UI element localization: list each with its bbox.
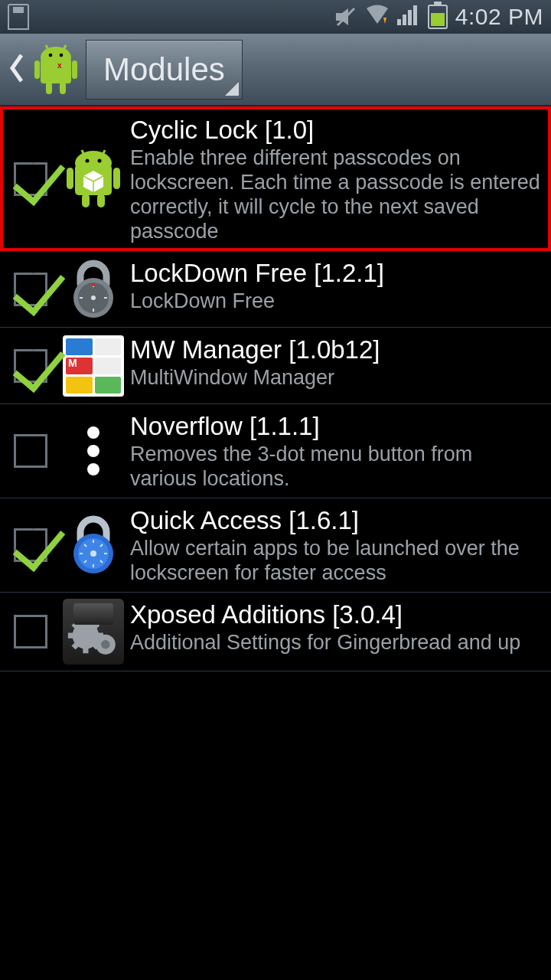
module-desc: Additional Settings for Gingerbread and … — [130, 631, 543, 655]
wifi-icon — [365, 4, 390, 31]
svg-rect-9 — [34, 60, 40, 79]
checkbox[interactable] — [14, 434, 47, 468]
checkbox[interactable] — [14, 615, 47, 648]
svg-rect-8 — [41, 59, 71, 83]
module-title: Xposed Additions [3.0.4] — [130, 600, 543, 629]
module-item-mw-manager[interactable]: M MW Manager [1.0b12] MultiWindow Manage… — [0, 328, 551, 404]
svg-rect-21 — [113, 168, 120, 189]
padlock-blue-icon — [57, 514, 130, 577]
sim-icon — [8, 4, 29, 30]
svg-rect-23 — [97, 194, 105, 207]
module-title: Noverflow [1.1.1] — [130, 412, 543, 441]
three-dots-icon — [57, 420, 130, 482]
back-icon[interactable] — [6, 52, 26, 87]
module-item-quick-access[interactable]: Quick Access [1.6.1] Allow certain apps … — [0, 498, 551, 593]
svg-rect-12 — [60, 82, 66, 94]
module-item-noverflow[interactable]: Noverflow [1.1.1] Removes the 3-dot menu… — [0, 404, 551, 498]
svg-marker-2 — [383, 18, 386, 24]
svg-rect-3 — [397, 19, 401, 25]
svg-point-52 — [101, 640, 110, 649]
phone-gears-icon — [57, 599, 130, 665]
module-desc: Allow certain apps to be launched over t… — [130, 537, 543, 586]
action-bar: x Modules — [0, 34, 551, 106]
checkbox[interactable] — [14, 273, 47, 306]
checkbox[interactable] — [14, 528, 47, 562]
svg-rect-10 — [72, 60, 77, 79]
svg-rect-11 — [46, 82, 52, 94]
padlock-grey-icon — [57, 258, 130, 321]
module-item-xposed-additions[interactable]: Xposed Additions [3.0.4] Additional Sett… — [0, 593, 551, 671]
svg-point-27 — [98, 158, 102, 162]
checkbox[interactable] — [14, 162, 47, 196]
mute-icon — [334, 7, 357, 27]
signal-icon — [397, 4, 420, 31]
svg-rect-4 — [403, 15, 406, 25]
dropdown-indicator-icon — [225, 82, 239, 96]
svg-point-15 — [49, 53, 53, 57]
module-desc: Removes the 3-dot menu button from vario… — [130, 443, 543, 492]
svg-text:x: x — [57, 61, 62, 70]
svg-point-26 — [86, 158, 90, 162]
checkbox[interactable] — [14, 349, 47, 383]
module-title: LockDown Free [1.2.1] — [130, 259, 543, 288]
module-item-cyclic-lock[interactable]: Cyclic Lock [1.0] Enable three different… — [0, 106, 551, 251]
modules-dropdown[interactable]: Modules — [86, 40, 243, 100]
svg-point-16 — [60, 53, 64, 57]
svg-point-32 — [91, 296, 96, 300]
module-title: MW Manager [1.0b12] — [130, 335, 543, 364]
app-logo-icon[interactable]: x — [32, 42, 80, 97]
module-list: Cyclic Lock [1.0] Enable three different… — [0, 106, 551, 671]
status-clock: 4:02 PM — [455, 4, 543, 30]
battery-icon — [428, 5, 448, 29]
module-title: Quick Access [1.6.1] — [130, 506, 543, 535]
module-desc: Enable three different passcodes on lock… — [130, 146, 542, 243]
android-cube-icon — [57, 148, 130, 211]
svg-point-40 — [90, 550, 96, 557]
svg-rect-20 — [67, 168, 73, 189]
svg-rect-5 — [408, 10, 412, 25]
dropdown-label: Modules — [103, 51, 225, 88]
status-bar: 4:02 PM — [0, 0, 551, 34]
module-desc: MultiWindow Manager — [130, 366, 543, 390]
svg-point-37 — [92, 283, 95, 286]
svg-rect-6 — [413, 5, 417, 25]
module-item-lockdown-free[interactable]: LockDown Free [1.2.1] LockDown Free — [0, 251, 551, 328]
svg-rect-22 — [82, 194, 90, 207]
module-desc: LockDown Free — [130, 289, 543, 314]
module-title: Cyclic Lock [1.0] — [130, 116, 542, 145]
mw-grid-icon: M — [57, 335, 130, 397]
